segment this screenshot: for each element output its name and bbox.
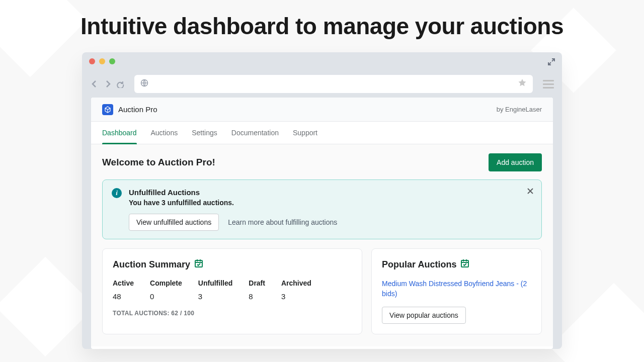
- tab-auctions[interactable]: Auctions: [151, 122, 178, 144]
- unfulfilled-banner: i Unfulfilled Auctions You have 3 unfulf…: [102, 179, 542, 239]
- stat-label: Archived: [281, 279, 311, 287]
- app-logo-icon: [102, 104, 113, 115]
- popular-item-link[interactable]: Medium Wash Distressed Boyfriend Jeans -…: [382, 279, 531, 299]
- summary-total: TOTAL AUCTIONS: 62 / 100: [113, 310, 352, 317]
- calendar-icon[interactable]: [460, 259, 469, 270]
- learn-more-link[interactable]: Learn more about fulfilling auctions: [228, 218, 337, 226]
- stat-value: 3: [198, 292, 232, 301]
- back-button[interactable]: [90, 79, 99, 88]
- browser-tab[interactable]: [126, 56, 227, 70]
- page-title: Welcome to Auction Pro!: [102, 157, 215, 168]
- app-header: Auction Pro by EngineLaser: [91, 98, 553, 122]
- window-header: [82, 52, 562, 70]
- window-close-icon[interactable]: [89, 58, 95, 64]
- add-auction-button[interactable]: Add auction: [489, 153, 542, 171]
- menu-icon[interactable]: [543, 80, 554, 88]
- close-icon[interactable]: [526, 187, 534, 197]
- stat-value: 8: [249, 292, 265, 301]
- tab-dashboard[interactable]: Dashboard: [102, 122, 137, 144]
- stat-label: Complete: [150, 279, 182, 287]
- browser-toolbar: [82, 70, 562, 98]
- star-icon[interactable]: [518, 78, 527, 89]
- stat-value: 48: [113, 292, 134, 301]
- stat-value: 3: [281, 292, 311, 301]
- svg-rect-2: [461, 260, 468, 267]
- view-popular-button[interactable]: View popular auctions: [382, 307, 466, 324]
- app-vendor: by EngineLaser: [497, 106, 542, 113]
- banner-title: Unfulfilled Auctions: [129, 188, 234, 197]
- auction-summary-card: Auction Summary Active 48 Complete 0: [102, 248, 362, 334]
- stat-value: 0: [150, 292, 182, 301]
- expand-icon[interactable]: [548, 58, 555, 67]
- banner-message: You have 3 unfulfilled auctions.: [129, 199, 234, 207]
- stat-label: Draft: [249, 279, 265, 287]
- stat-label: Active: [113, 279, 134, 287]
- reload-button[interactable]: [116, 79, 124, 88]
- tab-documentation[interactable]: Documentation: [231, 122, 279, 144]
- tabs: Dashboard Auctions Settings Documentatio…: [91, 122, 553, 144]
- hero-title: Intuitive dashboard to manage your aucti…: [0, 13, 644, 40]
- summary-title: Auction Summary: [113, 259, 190, 270]
- tab-support[interactable]: Support: [293, 122, 317, 144]
- svg-rect-1: [195, 260, 202, 267]
- stat-label: Unfulfilled: [198, 279, 232, 287]
- popular-auctions-card: Popular Auctions Medium Wash Distressed …: [371, 248, 542, 334]
- forward-button[interactable]: [103, 79, 112, 88]
- url-bar[interactable]: [134, 75, 533, 93]
- window-maximize-icon[interactable]: [109, 58, 115, 64]
- calendar-icon[interactable]: [194, 259, 203, 270]
- globe-icon: [140, 79, 148, 89]
- app-name: Auction Pro: [118, 105, 157, 114]
- browser-window: Auction Pro by EngineLaser Dashboard Auc…: [82, 52, 562, 349]
- info-icon: i: [112, 188, 122, 198]
- window-minimize-icon[interactable]: [99, 58, 105, 64]
- tab-settings[interactable]: Settings: [192, 122, 217, 144]
- popular-title: Popular Auctions: [382, 259, 456, 270]
- view-unfulfilled-button[interactable]: View unfulfilled auctions: [129, 214, 219, 231]
